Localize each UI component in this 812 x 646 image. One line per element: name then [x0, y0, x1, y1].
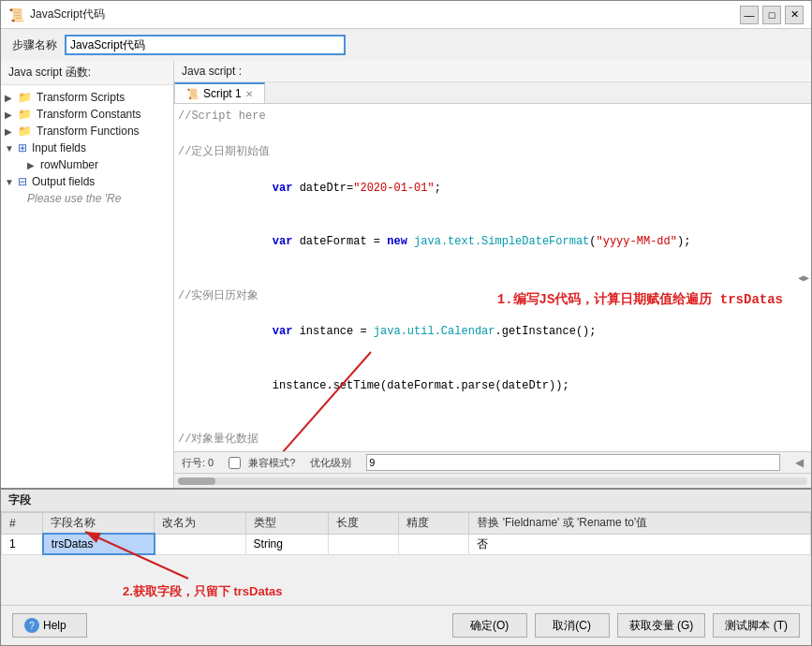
- sidebar-label-row-number: rowNumber: [40, 158, 98, 171]
- tab-close-icon[interactable]: ✕: [245, 89, 253, 99]
- collapse-arrow-functions: ▶: [5, 126, 16, 137]
- sidebar-item-transform-functions[interactable]: ▶ 📁 Transform Functions: [1, 123, 173, 139]
- sidebar-label-output-note: Please use the 'Re: [27, 192, 121, 205]
- editor-status: 行号: 0 兼容模式? 优化级别 ◀: [174, 451, 811, 473]
- code-line-8: instance.setTime(dateFormat.parse(dateDt…: [178, 360, 807, 414]
- sidebar-label-input-fields: Input fields: [32, 141, 86, 154]
- step-name-input[interactable]: [65, 35, 346, 55]
- sidebar-label-output-fields: Output fields: [32, 175, 95, 188]
- window-title: JavaScript代码: [30, 7, 105, 22]
- help-label: Help: [43, 619, 66, 632]
- collapse-arrow-input: ▼: [5, 143, 16, 154]
- code-line-7: var instance = java.util.Calendar.getIns…: [178, 305, 807, 360]
- scroll-indicator: ◀▶: [798, 272, 809, 284]
- code-line-10: //对象量化数据: [178, 431, 807, 448]
- code-line-3: var dateDtr="2020-01-01";: [178, 162, 807, 216]
- cell-precision: [399, 534, 469, 554]
- code-line-4: var dateFormat = new java.text.SimpleDat…: [178, 215, 807, 270]
- annotation-text-2: 2.获取字段，只留下 trsDatas: [123, 583, 282, 600]
- editor-panel: Java script : 📜 Script 1 ✕ //Script here…: [174, 61, 811, 488]
- code-area[interactable]: //Script here //定义日期初始值 var dateDtr="202…: [174, 104, 811, 451]
- kw-var2: var: [273, 235, 293, 248]
- sidebar-item-output-note: Please use the 'Re: [1, 190, 173, 207]
- code-line-2: //定义日期初始值: [178, 143, 807, 161]
- table-header-row: # 字段名称 改名为 类型 长度 精度 替换 'Fieldname' 或 'Re…: [2, 513, 811, 535]
- editor-tabs: 📜 Script 1 ✕: [174, 82, 811, 104]
- class-calendar: java.util.Calendar: [374, 325, 495, 338]
- collapse-arrow-output: ▼: [5, 177, 16, 187]
- cell-type: String: [245, 534, 329, 554]
- titlebar-left: 📜 JavaScript代码: [8, 7, 105, 22]
- col-header-name: 字段名称: [43, 513, 155, 535]
- priority-label: 优化级别: [310, 456, 351, 470]
- cell-name[interactable]: trsDatas: [43, 534, 155, 554]
- folder-icon-functions: 📁: [18, 125, 32, 138]
- close-button[interactable]: ✕: [785, 6, 804, 24]
- minimize-button[interactable]: —: [740, 6, 759, 24]
- table-row: 1 trsDatas String 否: [2, 534, 811, 554]
- step-name-label: 步骤名称: [12, 37, 57, 53]
- collapse-arrow-scripts: ▶: [5, 93, 16, 103]
- col-header-type: 类型: [245, 513, 329, 535]
- kw-var3: var: [273, 325, 293, 338]
- js-icon: 📜: [8, 7, 24, 22]
- col-header-replace: 替换 'Fieldname' 或 'Rename to'值: [469, 513, 811, 535]
- titlebar-controls: — □ ✕: [740, 6, 804, 24]
- bottom-section: 字段 # 字段名称 改名为 类型 长度 精度 替换 'Fieldname' 或 …: [1, 488, 811, 645]
- col-header-length: 长度: [329, 513, 399, 535]
- footer-buttons: ? Help 确定(O) 取消(C) 获取变量 (G) 测试脚本 (T): [1, 605, 811, 645]
- compat-label: 兼容模式?: [248, 456, 295, 470]
- tab-script1-icon: 📜: [186, 88, 199, 100]
- sidebar-item-input-fields[interactable]: ▼ ⊞ Input fields: [1, 139, 173, 156]
- scrollbar-thumb[interactable]: [178, 477, 215, 485]
- get-vars-button[interactable]: 获取变量 (G): [617, 613, 706, 638]
- sidebar-label-transform-functions: Transform Functions: [37, 125, 140, 138]
- main-window: 📜 JavaScript代码 — □ ✕ 步骤名称 Java script 函数…: [0, 0, 812, 646]
- fields-header: 字段: [1, 490, 811, 512]
- collapse-arrow-constants: ▶: [5, 110, 16, 120]
- col-header-num: #: [2, 513, 43, 535]
- sidebar-item-transform-scripts[interactable]: ▶ 📁 Transform Scripts: [1, 89, 173, 106]
- row-number-status: 行号: 0: [182, 456, 214, 470]
- priority-input[interactable]: [366, 454, 780, 471]
- code-line-5: [178, 270, 807, 287]
- sidebar-item-row-number[interactable]: ▶ rowNumber: [1, 156, 173, 173]
- var-dateformat: dateFormat = new java.text.SimpleDateFor…: [300, 235, 691, 248]
- code-line-9: [178, 413, 807, 431]
- code-line-11: instance.add(java.util.Calendar.DAY_OF_M…: [178, 449, 807, 451]
- col-header-precision: 精度: [399, 513, 469, 535]
- code-line-0: //Script here: [178, 108, 807, 125]
- editor-header: Java script :: [174, 61, 811, 82]
- sidebar-item-transform-constants[interactable]: ▶ 📁 Transform Constants: [1, 106, 173, 123]
- maximize-button[interactable]: □: [762, 6, 781, 24]
- folder-icon-constants: 📁: [18, 108, 32, 121]
- fields-data-table: # 字段名称 改名为 类型 长度 精度 替换 'Fieldname' 或 'Re…: [1, 512, 811, 555]
- test-script-button[interactable]: 测试脚本 (T): [713, 613, 800, 638]
- tab-script1[interactable]: 📜 Script 1 ✕: [174, 82, 265, 103]
- arrow-row-number: ▶: [27, 160, 38, 170]
- sidebar-item-output-fields[interactable]: ▼ ⊟ Output fields: [1, 173, 173, 190]
- compat-checkbox[interactable]: [229, 457, 241, 469]
- sidebar-label-transform-constants: Transform Constants: [37, 108, 141, 121]
- cancel-button[interactable]: 取消(C): [535, 613, 610, 638]
- sidebar-label-transform-scripts: Transform Scripts: [37, 91, 125, 104]
- sidebar-tree: ▶ 📁 Transform Scripts ▶ 📁 Transform Cons…: [1, 85, 173, 488]
- main-content: Java script 函数: ▶ 📁 Transform Scripts ▶ …: [1, 61, 811, 488]
- ok-button[interactable]: 确定(O): [452, 613, 527, 638]
- cell-rename: [155, 534, 245, 554]
- help-button[interactable]: ? Help: [12, 613, 87, 638]
- annotation-text-1: 1.编写JS代码，计算日期赋值给遍历 trsDatas: [497, 291, 783, 308]
- titlebar: 📜 JavaScript代码 — □ ✕: [1, 1, 811, 29]
- sidebar: Java script 函数: ▶ 📁 Transform Scripts ▶ …: [1, 61, 174, 488]
- cell-length: [329, 534, 399, 554]
- sidebar-header: Java script 函数:: [1, 61, 173, 85]
- cell-replace: 否: [469, 534, 811, 554]
- help-circle-icon: ?: [24, 618, 39, 633]
- cell-num: 1: [2, 534, 43, 554]
- step-name-row: 步骤名称: [1, 29, 811, 61]
- folder-icon-scripts: 📁: [18, 91, 32, 104]
- scrollbar-track: [178, 477, 807, 485]
- horizontal-scrollbar[interactable]: [174, 473, 811, 488]
- input-folder-icon: ⊞: [18, 141, 27, 154]
- var-dateDtr: dateDtr="2020-01-01";: [300, 182, 441, 195]
